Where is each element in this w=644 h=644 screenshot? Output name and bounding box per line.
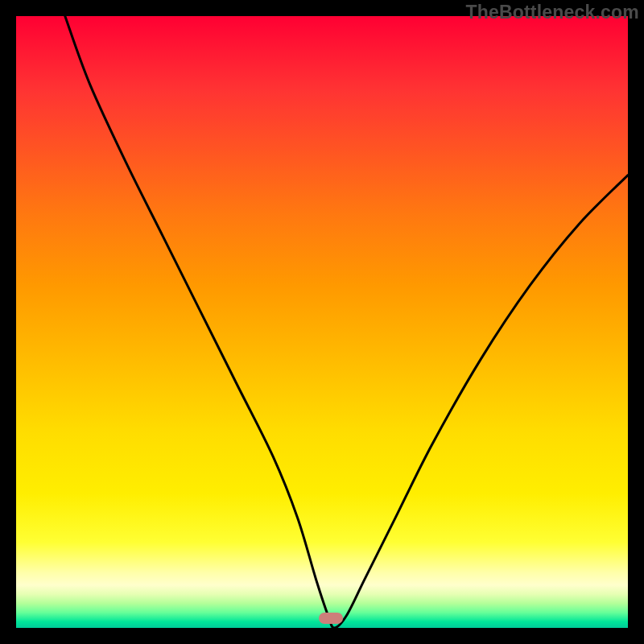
curve-svg <box>16 16 628 628</box>
bottleneck-curve <box>65 16 628 628</box>
watermark-text: TheBottleneck.com <box>465 2 639 23</box>
chart-frame: TheBottleneck.com <box>0 0 644 644</box>
optimal-point-marker <box>319 613 343 624</box>
plot-area <box>16 16 628 628</box>
